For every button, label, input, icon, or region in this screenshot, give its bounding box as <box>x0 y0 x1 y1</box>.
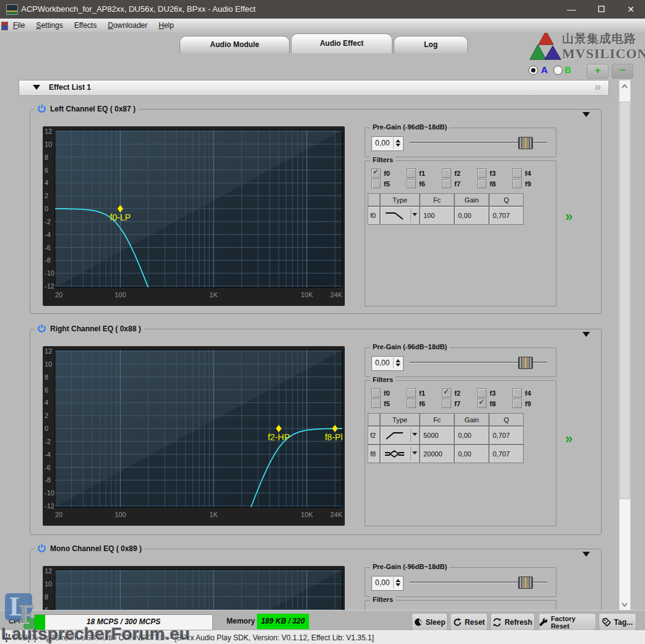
q-value-cell[interactable]: 0,707 <box>489 445 524 463</box>
panel-collapse-icon[interactable] <box>582 112 590 117</box>
checkbox-unchecked[interactable] <box>407 179 416 188</box>
checkbox-unchecked[interactable] <box>442 399 451 408</box>
tab-audio-effect[interactable]: Audio Effect <box>291 33 392 53</box>
checkbox-unchecked[interactable] <box>477 388 487 398</box>
slider-thumb[interactable] <box>518 357 533 369</box>
gain-value-cell[interactable]: 0,00 <box>454 445 489 463</box>
remove-button[interactable]: − <box>612 64 633 79</box>
filter-checkbox-f8[interactable]: ✓f8 <box>477 399 496 408</box>
reset-button[interactable]: Reset <box>450 613 488 631</box>
apply-button[interactable]: » <box>565 209 571 225</box>
pregain-slider[interactable] <box>410 136 547 149</box>
filter-checkbox-f1[interactable]: f1 <box>407 168 425 178</box>
filter-checkbox-f0[interactable]: f0 <box>371 388 390 398</box>
effect-list-header[interactable]: Effect List 1 » <box>19 80 609 96</box>
filter-checkbox-f5[interactable]: f5 <box>371 179 390 188</box>
checkbox-unchecked[interactable] <box>371 179 381 188</box>
pregain-spin-arrows[interactable] <box>393 577 402 588</box>
effect-list-chevron-icon[interactable]: » <box>594 80 600 94</box>
spin-up-icon[interactable] <box>396 579 400 582</box>
checkbox-unchecked[interactable] <box>371 399 381 408</box>
pregain-spinbox[interactable]: 0,00 <box>371 356 404 371</box>
panel-collapse-icon[interactable] <box>582 332 590 337</box>
spin-down-icon[interactable] <box>396 363 400 367</box>
filter-checkbox-f6[interactable]: f6 <box>407 399 425 408</box>
menu-item-help[interactable]: Help <box>153 19 180 32</box>
spin-down-icon[interactable] <box>396 144 400 147</box>
filter-checkbox-f9[interactable]: f9 <box>513 179 531 188</box>
power-icon[interactable] <box>37 544 46 553</box>
q-value-cell[interactable]: 0,707 <box>489 426 524 445</box>
filter-checkbox-f7[interactable]: f7 <box>442 399 461 408</box>
checkbox-unchecked[interactable] <box>513 388 522 398</box>
radio-b-label[interactable]: B <box>565 64 571 75</box>
panel-collapse-icon[interactable] <box>582 552 590 557</box>
filter-checkbox-f1[interactable]: f1 <box>407 388 425 398</box>
menu-item-effects[interactable]: Effects <box>69 19 102 32</box>
radio-b[interactable] <box>553 66 563 75</box>
sleep-button[interactable]: Sleep <box>412 613 448 631</box>
minimize-button[interactable]: — <box>557 0 586 19</box>
checkbox-unchecked[interactable] <box>407 399 416 408</box>
filter-type-dropdown[interactable] <box>380 206 420 225</box>
filter-checkbox-f2[interactable]: f2 <box>442 168 461 178</box>
collapse-triangle-icon[interactable] <box>33 85 40 90</box>
fc-value-cell[interactable]: 5000 <box>420 426 454 445</box>
filter-checkbox-f3[interactable]: f3 <box>477 168 496 178</box>
radio-a[interactable] <box>529 66 538 75</box>
tag-button[interactable]: Tag... <box>599 613 636 631</box>
filter-type-dropdown[interactable] <box>380 445 420 463</box>
checkbox-checked[interactable]: ✓ <box>477 399 487 408</box>
checkbox-unchecked[interactable] <box>513 168 522 178</box>
gain-value-cell[interactable]: 0,00 <box>454 206 489 225</box>
checkbox-checked[interactable]: ✓ <box>371 168 381 178</box>
apply-button[interactable]: » <box>565 431 571 447</box>
power-icon[interactable] <box>37 104 46 113</box>
eq-graph[interactable]: 121086420-2-4-6-8-10-12201001K10K24Kf2-H… <box>43 346 345 526</box>
chevron-down-icon[interactable] <box>412 433 417 436</box>
filter-checkbox-f9[interactable]: f9 <box>513 399 531 408</box>
slider-thumb[interactable] <box>518 137 533 149</box>
checkbox-unchecked[interactable] <box>442 179 451 188</box>
menu-item-file[interactable]: File <box>7 19 30 32</box>
tab-audio-module[interactable]: Audio Module <box>180 36 290 53</box>
filter-checkbox-f4[interactable]: f4 <box>513 168 531 178</box>
checkbox-unchecked[interactable] <box>477 168 487 178</box>
spin-up-icon[interactable] <box>396 139 400 142</box>
fc-value-cell[interactable]: 20000 <box>420 445 454 463</box>
slider-thumb[interactable] <box>518 577 533 589</box>
checkbox-unchecked[interactable] <box>477 179 487 188</box>
power-icon[interactable] <box>37 324 46 333</box>
pregain-slider[interactable] <box>410 355 547 369</box>
checkbox-unchecked[interactable] <box>407 388 416 398</box>
pregain-spinbox[interactable]: 0,00 <box>371 576 404 591</box>
filter-checkbox-f4[interactable]: f4 <box>513 388 531 398</box>
checkbox-unchecked[interactable] <box>513 179 522 188</box>
scroll-down-icon[interactable] <box>621 603 628 607</box>
fc-value-cell[interactable]: 100 <box>420 206 454 225</box>
chevron-down-icon[interactable] <box>412 451 417 455</box>
gain-value-cell[interactable]: 0,00 <box>454 426 489 445</box>
refresh-button[interactable]: Refresh <box>490 613 535 631</box>
filter-checkbox-f0[interactable]: ✓f0 <box>371 168 390 178</box>
filter-checkbox-f6[interactable]: f6 <box>407 179 425 188</box>
tab-log[interactable]: Log <box>394 36 468 53</box>
pregain-spin-arrows[interactable] <box>393 357 402 368</box>
q-value-cell[interactable]: 0,707 <box>489 206 524 225</box>
checkbox-unchecked[interactable] <box>513 399 522 408</box>
scrollbar-thumb[interactable] <box>620 102 630 499</box>
maximize-button[interactable] <box>587 0 615 19</box>
chevron-down-icon[interactable] <box>412 213 417 216</box>
vertical-scrollbar[interactable] <box>619 80 631 611</box>
radio-a-label[interactable]: A <box>541 64 548 75</box>
pregain-slider[interactable] <box>410 575 547 589</box>
close-button[interactable]: ✕ <box>617 0 645 19</box>
filter-checkbox-f8[interactable]: f8 <box>477 179 496 188</box>
menu-item-downloader[interactable]: Downloader <box>102 19 153 32</box>
pregain-spinbox[interactable]: 0,00 <box>371 136 404 151</box>
pregain-spin-arrows[interactable] <box>393 137 402 149</box>
add-button[interactable]: + <box>587 64 608 79</box>
filter-type-dropdown[interactable] <box>380 426 420 445</box>
menu-item-settings[interactable]: Settings <box>30 19 68 32</box>
spin-up-icon[interactable] <box>396 359 400 362</box>
